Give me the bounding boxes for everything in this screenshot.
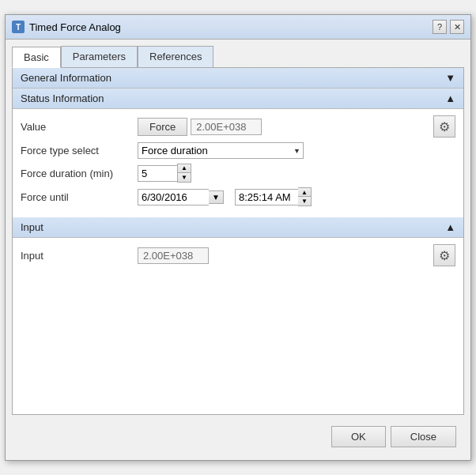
force-type-select[interactable]: Force duration Force until Indefinite bbox=[138, 142, 304, 159]
title-bar: T Timed Force Analog ? ✕ bbox=[6, 15, 470, 40]
window-body: Basic Parameters References General Info… bbox=[6, 40, 470, 460]
force-duration-down-button[interactable]: ▼ bbox=[178, 173, 191, 182]
force-until-time-up-button[interactable]: ▲ bbox=[298, 188, 311, 197]
force-until-row: Force until ▼ ▲ ▼ bbox=[21, 187, 455, 206]
tab-content: General Information ▼ Status Information… bbox=[12, 67, 464, 415]
force-until-time-field[interactable] bbox=[235, 189, 298, 205]
force-duration-spinner: ▲ ▼ bbox=[138, 164, 191, 183]
tab-basic[interactable]: Basic bbox=[12, 47, 61, 68]
input-section[interactable]: Input ▲ bbox=[13, 217, 463, 238]
value-label: Value bbox=[21, 121, 131, 133]
force-type-row: Force type select Force duration Force u… bbox=[21, 142, 455, 159]
value-gear-button[interactable]: ⚙ bbox=[433, 115, 455, 138]
tab-references[interactable]: References bbox=[138, 46, 213, 67]
tab-parameters[interactable]: Parameters bbox=[61, 46, 138, 67]
window-icon: T bbox=[12, 21, 25, 33]
title-bar-left: T Timed Force Analog bbox=[12, 21, 121, 33]
force-until-time-input: ▲ ▼ bbox=[235, 187, 312, 206]
input-collapse-icon: ▲ bbox=[445, 221, 455, 233]
main-window: T Timed Force Analog ? ✕ Basic Parameter… bbox=[5, 14, 471, 461]
close-window-button[interactable]: ✕ bbox=[450, 20, 464, 34]
force-duration-input[interactable] bbox=[138, 165, 177, 182]
tab-bar: Basic Parameters References bbox=[12, 46, 464, 67]
force-duration-label: Force duration (min) bbox=[21, 168, 131, 179]
input-fields-area: Input ⚙ bbox=[13, 238, 463, 277]
input-gear-button[interactable]: ⚙ bbox=[433, 244, 455, 266]
force-until-date-field[interactable] bbox=[138, 189, 209, 205]
force-until-calendar-button[interactable]: ▼ bbox=[209, 190, 224, 204]
status-fields-area: Value Force ⚙ Force type select Force du… bbox=[13, 109, 463, 217]
close-button[interactable]: Close bbox=[391, 426, 456, 447]
force-until-label: Force until bbox=[21, 191, 131, 203]
force-until-date-input: ▼ bbox=[138, 189, 224, 205]
ok-button[interactable]: OK bbox=[331, 426, 386, 447]
value-controls: Force bbox=[138, 118, 262, 136]
force-duration-spinner-buttons: ▲ ▼ bbox=[177, 164, 191, 183]
force-duration-row: Force duration (min) ▲ ▼ bbox=[21, 164, 455, 183]
input-label: Input bbox=[21, 250, 131, 262]
force-until-time-spinner-buttons: ▲ ▼ bbox=[298, 187, 312, 206]
title-bar-buttons: ? ✕ bbox=[433, 20, 464, 34]
status-information-section[interactable]: Status Information ▲ bbox=[13, 89, 463, 109]
value-row: Value Force ⚙ bbox=[21, 115, 455, 138]
status-collapse-icon: ▲ bbox=[445, 92, 455, 104]
help-button[interactable]: ? bbox=[433, 20, 447, 34]
general-collapse-icon: ▼ bbox=[445, 72, 455, 84]
force-until-time-down-button[interactable]: ▼ bbox=[298, 197, 311, 205]
force-type-label: Force type select bbox=[21, 145, 131, 156]
input-value-display bbox=[138, 247, 209, 264]
bottom-button-bar: OK Close bbox=[12, 420, 464, 454]
general-information-label: General Information bbox=[21, 72, 111, 84]
input-section-label: Input bbox=[21, 221, 43, 233]
force-button[interactable]: Force bbox=[138, 118, 187, 136]
window-title: Timed Force Analog bbox=[29, 21, 121, 33]
input-row: Input ⚙ bbox=[21, 244, 455, 266]
general-information-section[interactable]: General Information ▼ bbox=[13, 68, 463, 89]
value-display-input bbox=[191, 119, 262, 135]
input-controls bbox=[138, 247, 209, 264]
status-information-label: Status Information bbox=[21, 92, 104, 104]
force-type-dropdown-wrapper: Force duration Force until Indefinite bbox=[138, 142, 304, 159]
force-duration-up-button[interactable]: ▲ bbox=[178, 164, 191, 173]
